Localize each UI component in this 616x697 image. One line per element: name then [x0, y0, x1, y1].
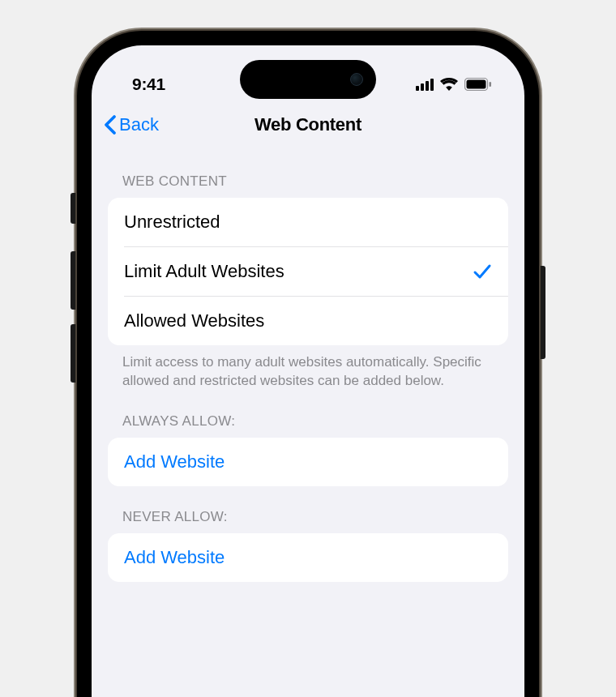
section-header-always-allow: ALWAYS ALLOW: — [108, 391, 508, 438]
section-header-web-content: WEB CONTENT — [108, 148, 508, 198]
always-allow-list: Add Website — [108, 438, 508, 486]
add-website-never-allow[interactable]: Add Website — [108, 533, 508, 582]
nav-bar: Back Web Content — [92, 102, 524, 148]
option-label: Unrestricted — [124, 212, 220, 233]
volume-down-button — [71, 324, 75, 383]
svg-rect-2 — [490, 82, 492, 87]
section-header-never-allow: NEVER ALLOW: — [108, 486, 508, 533]
option-label: Limit Adult Websites — [124, 261, 284, 282]
option-limit-adult[interactable]: Limit Adult Websites — [108, 247, 508, 296]
dynamic-island — [240, 60, 376, 99]
content-area: WEB CONTENT Unrestricted Limit Adult Web… — [92, 148, 524, 582]
battery-icon — [464, 78, 492, 91]
silent-switch — [71, 193, 75, 224]
chevron-left-icon — [103, 114, 118, 135]
wifi-icon — [440, 78, 458, 91]
front-camera — [350, 73, 363, 86]
volume-up-button — [71, 251, 75, 310]
web-content-options: Unrestricted Limit Adult Websites Allowe… — [108, 198, 508, 345]
power-button — [541, 266, 545, 359]
never-allow-list: Add Website — [108, 533, 508, 582]
page-title: Web Content — [255, 114, 361, 135]
option-label: Allowed Websites — [124, 310, 264, 331]
phone-frame: 9:41 — [77, 31, 539, 697]
add-website-label: Add Website — [124, 451, 225, 473]
status-time: 9:41 — [132, 75, 165, 94]
status-right — [416, 78, 492, 91]
back-button[interactable]: Back — [103, 114, 159, 135]
option-unrestricted[interactable]: Unrestricted — [108, 198, 508, 246]
cellular-signal-icon — [416, 79, 434, 91]
back-label: Back — [119, 114, 159, 135]
section-footer-web-content: Limit access to many adult websites auto… — [108, 345, 508, 391]
screen: 9:41 — [92, 45, 524, 697]
checkmark-icon — [473, 263, 492, 280]
add-website-always-allow[interactable]: Add Website — [108, 438, 508, 486]
add-website-label: Add Website — [124, 547, 225, 568]
option-allowed-websites[interactable]: Allowed Websites — [108, 297, 508, 345]
svg-rect-1 — [467, 80, 486, 89]
